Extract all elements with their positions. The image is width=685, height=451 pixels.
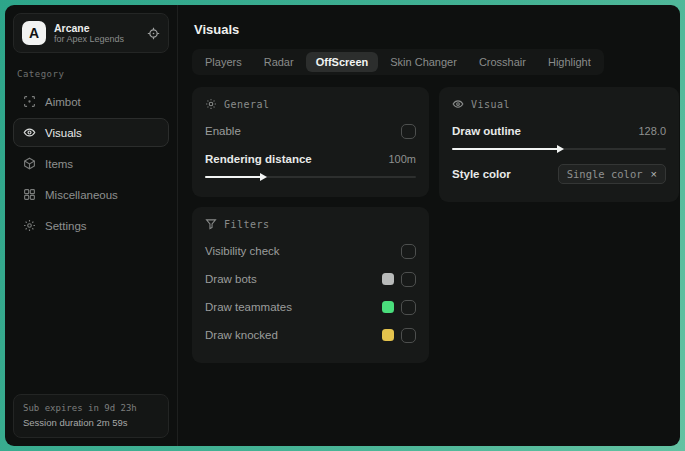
draw-knocked-color-swatch[interactable]	[382, 329, 394, 341]
draw-bots-checkbox[interactable]	[401, 272, 416, 287]
panel-title: General	[224, 99, 270, 110]
slider-thumb[interactable]	[260, 173, 267, 181]
draw-outline-label: Draw outline	[452, 125, 521, 137]
funnel-icon	[205, 218, 217, 230]
tab-highlight[interactable]: Highlight	[538, 52, 601, 72]
tab-players[interactable]: Players	[195, 52, 252, 72]
style-color-select[interactable]: Single color ×	[558, 164, 666, 184]
general-panel: General Enable Rendering distance 100m	[192, 87, 429, 197]
tab-skin-changer[interactable]: Skin Changer	[380, 52, 467, 72]
main-content: Visuals Players Radar OffScreen Skin Cha…	[178, 5, 680, 446]
draw-knocked-label: Draw knocked	[205, 329, 278, 341]
draw-outline-slider[interactable]	[452, 144, 666, 154]
draw-knocked-checkbox[interactable]	[401, 328, 416, 343]
rendering-distance-label: Rendering distance	[205, 153, 312, 165]
tab-offscreen[interactable]: OffScreen	[306, 52, 379, 72]
cube-icon	[23, 157, 36, 170]
visibility-check-checkbox[interactable]	[401, 244, 416, 259]
tab-radar[interactable]: Radar	[254, 52, 304, 72]
rendering-distance-slider[interactable]	[205, 172, 416, 182]
rendering-distance-value: 100m	[388, 153, 416, 165]
visual-panel: Visual Draw outline 128.0 Style color	[439, 87, 679, 202]
sidebar: A Arcane for Apex Legends Category	[5, 5, 178, 446]
sidebar-item-items[interactable]: Items	[13, 149, 169, 178]
category-label: Category	[17, 69, 165, 79]
draw-bots-color-swatch[interactable]	[382, 273, 394, 285]
visibility-check-label: Visibility check	[205, 245, 280, 257]
sub-expiry-text: Sub expires in 9d 23h	[23, 402, 159, 416]
tab-bar: Players Radar OffScreen Skin Changer Cro…	[192, 49, 604, 75]
clear-icon[interactable]: ×	[651, 169, 657, 180]
filters-panel: Filters Visibility check Draw bots	[192, 207, 429, 363]
sidebar-item-label: Visuals	[45, 127, 82, 139]
enable-label: Enable	[205, 125, 241, 137]
app-subtitle: for Apex Legends	[54, 34, 139, 44]
enable-checkbox[interactable]	[401, 124, 416, 139]
panel-title: Visual	[471, 99, 510, 110]
sidebar-item-label: Aimbot	[45, 96, 81, 108]
panel-title: Filters	[224, 219, 270, 230]
sun-icon	[205, 98, 217, 110]
sidebar-item-label: Miscellaneous	[45, 189, 118, 201]
sidebar-item-aimbot[interactable]: Aimbot	[13, 87, 169, 116]
subscription-card: Sub expires in 9d 23h Session duration 2…	[13, 394, 169, 438]
logo-card: A Arcane for Apex Legends	[13, 13, 169, 53]
grid-icon	[23, 188, 36, 201]
app-logo: A	[22, 21, 46, 45]
tab-crosshair[interactable]: Crosshair	[469, 52, 536, 72]
eye-icon	[23, 126, 36, 139]
target-icon[interactable]	[147, 27, 160, 40]
app-window: A Arcane for Apex Legends Category	[5, 5, 680, 446]
sidebar-item-settings[interactable]: Settings	[13, 211, 169, 240]
style-color-label: Style color	[452, 168, 511, 180]
session-duration-text: Session duration 2m 59s	[23, 416, 159, 430]
draw-bots-label: Draw bots	[205, 273, 257, 285]
sidebar-item-miscellaneous[interactable]: Miscellaneous	[13, 180, 169, 209]
gear-icon	[23, 219, 36, 232]
sidebar-item-visuals[interactable]: Visuals	[13, 118, 169, 147]
draw-teammates-checkbox[interactable]	[401, 300, 416, 315]
sidebar-item-label: Items	[45, 158, 73, 170]
slider-thumb[interactable]	[557, 145, 564, 153]
draw-outline-value: 128.0	[638, 125, 666, 137]
app-title: Arcane	[54, 22, 139, 34]
page-title: Visuals	[194, 22, 679, 37]
draw-teammates-label: Draw teammates	[205, 301, 292, 313]
eye-icon	[452, 98, 464, 110]
crosshair-icon	[23, 95, 36, 108]
style-color-value: Single color	[567, 168, 643, 180]
draw-teammates-color-swatch[interactable]	[382, 301, 394, 313]
sidebar-nav: Aimbot Visuals Items	[13, 87, 169, 240]
sidebar-item-label: Settings	[45, 220, 87, 232]
